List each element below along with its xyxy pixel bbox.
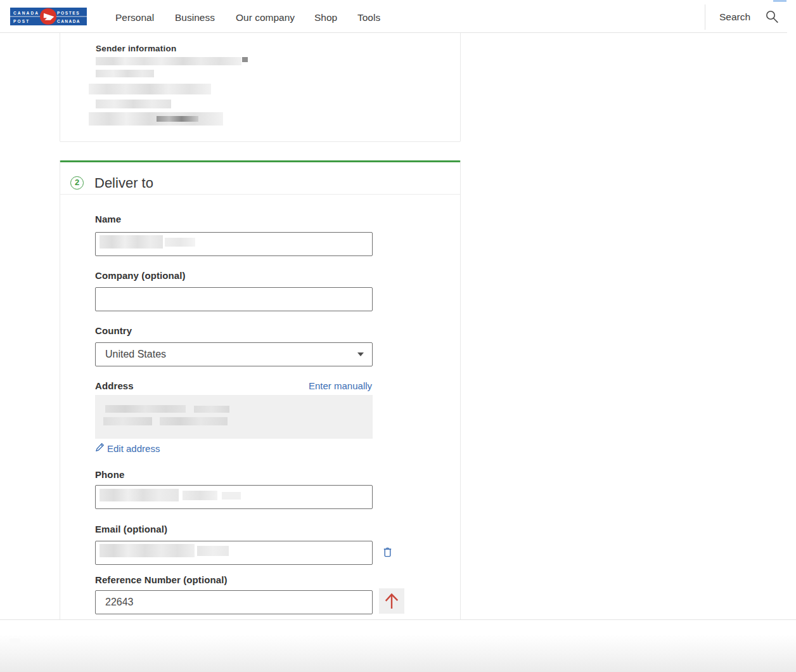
svg-text:CANADA: CANADA [57, 19, 80, 23]
svg-text:POSTES: POSTES [57, 11, 80, 15]
svg-text:CANADA: CANADA [13, 11, 39, 15]
svg-text:POST: POST [13, 19, 30, 23]
